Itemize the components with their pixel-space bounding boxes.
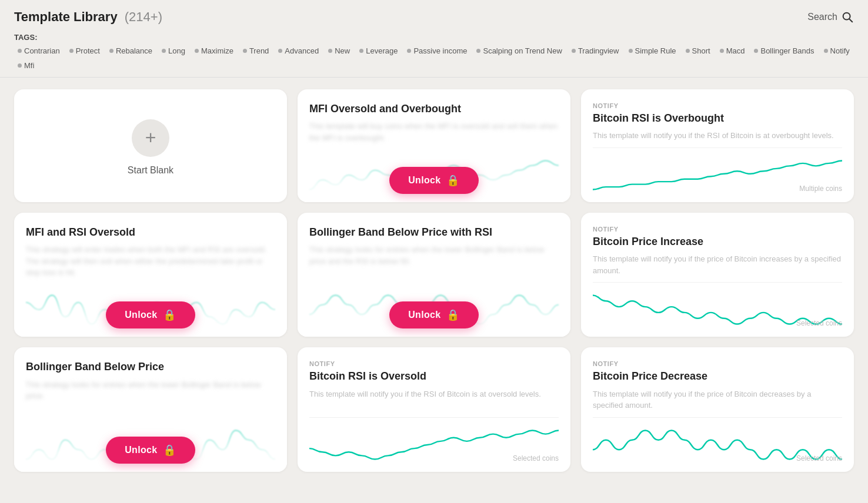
tag-item[interactable]: Mfi <box>14 60 38 71</box>
card-chart: Selected coins <box>593 292 842 327</box>
unlock-button[interactable]: Unlock 🔒 <box>389 167 479 194</box>
template-grid: + Start Blank MFI Oversold and Overbough… <box>0 78 868 484</box>
card-divider <box>593 282 842 283</box>
start-blank-plus-icon: + <box>132 119 169 157</box>
card-title: Bitcoin Price Increase <box>593 235 842 249</box>
tag-label: Passive income <box>413 46 467 55</box>
tag-item[interactable]: Contrarian <box>14 45 64 56</box>
card-desc: This template will notify you if the pri… <box>593 253 842 276</box>
card-desc: This strategy will enter trades when bot… <box>26 244 275 286</box>
card-start-blank[interactable]: + Start Blank <box>14 89 287 202</box>
tag-item[interactable]: Macd <box>716 45 749 56</box>
lock-icon: 🔒 <box>163 308 176 321</box>
tag-item[interactable]: New <box>325 45 353 56</box>
unlock-overlay: Unlock 🔒 <box>14 290 287 337</box>
tag-label: Mfi <box>24 61 34 70</box>
card-title: MFI and RSI Oversold <box>26 226 275 239</box>
tag-label: Scalping on Trend New <box>483 46 562 55</box>
tag-label: Notify <box>830 46 850 55</box>
tag-item[interactable]: Bollinger Bands <box>750 45 817 56</box>
card-bitcoin-rsi-overbought: NOTIFY Bitcoin RSI is Overbought This te… <box>581 89 854 202</box>
tag-dot <box>328 49 332 53</box>
tag-label: New <box>335 46 350 55</box>
tag-item[interactable]: Leverage <box>356 45 401 56</box>
unlock-label: Unlock <box>408 310 440 320</box>
card-desc: This template will notify you if the RSI… <box>593 130 842 142</box>
card-bitcoin-price-increase: NOTIFY Bitcoin Price Increase This templ… <box>581 213 854 337</box>
tag-dot <box>162 49 166 53</box>
tag-item[interactable]: Advanced <box>275 45 322 56</box>
tag-dot <box>278 49 282 53</box>
search-label: Search <box>807 12 837 22</box>
card-bollinger-band-below-price: Bollinger Band Below Price This strategy… <box>14 347 287 471</box>
unlock-overlay: Unlock 🔒 <box>298 290 570 337</box>
card-divider <box>593 417 842 418</box>
tag-label: Maximize <box>201 46 233 55</box>
tag-label: Short <box>692 46 710 55</box>
card-desc: This template will buy coins when the MF… <box>309 120 559 152</box>
unlock-label: Unlock <box>125 445 157 455</box>
tag-label: Bollinger Bands <box>760 46 814 55</box>
card-title: MFI Oversold and Overbought <box>309 102 559 116</box>
coins-label: Selected coins <box>796 319 842 327</box>
card-desc: This template will notify you if the RSI… <box>309 388 559 411</box>
tag-item[interactable]: Scalping on Trend New <box>473 45 565 56</box>
tag-item[interactable]: Trend <box>239 45 272 56</box>
tags-section: TAGS: ContrarianProtectRebalanceLongMaxi… <box>0 29 868 78</box>
card-mfi-rsi-oversold: MFI and RSI Oversold This strategy will … <box>14 213 287 337</box>
tag-label: Leverage <box>366 46 398 55</box>
tag-item[interactable]: Passive income <box>403 45 470 56</box>
tag-item[interactable]: Simple Rule <box>625 45 680 56</box>
tag-item[interactable]: Protect <box>66 45 104 56</box>
notify-label: NOTIFY <box>593 102 842 109</box>
tag-label: Simple Rule <box>635 46 676 55</box>
tag-item[interactable]: Maximize <box>191 45 237 56</box>
count-text: (214+) <box>125 9 162 24</box>
unlock-overlay: Unlock 🔒 <box>14 425 287 472</box>
notify-label: NOTIFY <box>309 360 559 367</box>
tag-dot <box>476 49 480 53</box>
tag-dot <box>572 49 576 53</box>
tag-label: Trend <box>249 46 269 55</box>
unlock-button[interactable]: Unlock 🔒 <box>106 301 195 328</box>
tag-label: Rebalance <box>116 46 152 55</box>
tag-dot <box>109 49 113 53</box>
tags-label: TAGS: <box>14 33 854 42</box>
card-divider <box>309 417 559 418</box>
tag-item[interactable]: Short <box>682 45 714 56</box>
card-bollinger-band-rsi: Bollinger Band Below Price with RSI This… <box>298 213 570 337</box>
card-title: Bollinger Band Below Price with RSI <box>309 226 559 239</box>
tag-item[interactable]: Rebalance <box>106 45 156 56</box>
tag-dot <box>69 49 74 53</box>
tag-dot <box>629 49 633 53</box>
lock-icon: 🔒 <box>446 308 459 321</box>
card-chart: Selected coins <box>593 427 842 462</box>
card-chart: Selected coins <box>309 427 559 462</box>
lock-icon: 🔒 <box>446 174 459 187</box>
tag-dot <box>407 49 411 53</box>
unlock-button[interactable]: Unlock 🔒 <box>389 301 479 328</box>
card-title: Bitcoin Price Decrease <box>593 370 842 383</box>
tag-label: Advanced <box>285 46 319 55</box>
card-title: Bitcoin RSI is Overbought <box>593 112 842 125</box>
tag-item[interactable]: Tradingview <box>568 45 623 56</box>
card-desc: This strategy looks for entries when the… <box>309 244 559 286</box>
tags-row: ContrarianProtectRebalanceLongMaximizeTr… <box>14 45 854 71</box>
unlock-button[interactable]: Unlock 🔒 <box>106 437 195 464</box>
tag-dot <box>18 49 22 53</box>
start-blank-label: Start Blank <box>128 165 173 176</box>
search-button[interactable]: Search <box>807 11 854 24</box>
tag-item[interactable]: Long <box>158 45 189 56</box>
card-bitcoin-price-decrease: NOTIFY Bitcoin Price Decrease This templ… <box>581 347 854 471</box>
tag-label: Protect <box>76 46 100 55</box>
card-title: Bollinger Band Below Price <box>26 360 275 374</box>
tag-dot <box>754 49 758 53</box>
card-bitcoin-rsi-oversold: NOTIFY Bitcoin RSI is Oversold This temp… <box>298 347 570 471</box>
tag-item[interactable]: Notify <box>820 45 853 56</box>
tag-label: Long <box>168 46 185 55</box>
tag-label: Tradingview <box>578 46 619 55</box>
unlock-overlay: Unlock 🔒 <box>298 155 570 202</box>
tag-label: Contrarian <box>24 46 60 55</box>
card-divider <box>593 147 842 148</box>
notify-label: NOTIFY <box>593 226 842 233</box>
